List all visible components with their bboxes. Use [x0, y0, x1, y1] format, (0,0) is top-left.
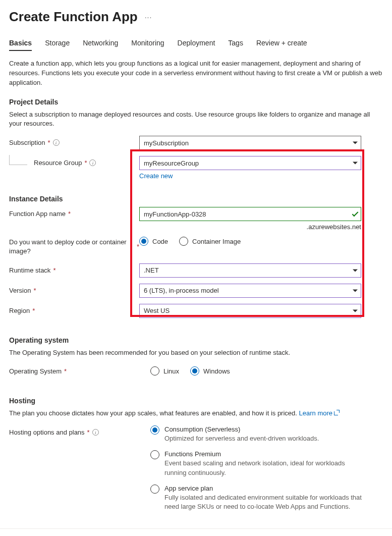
chevron-down-icon: [353, 309, 358, 312]
os-heading: Operating system: [9, 336, 383, 344]
page-title: Create Function App: [9, 9, 138, 25]
version-label: Version*: [9, 284, 139, 294]
region-label: Region*: [9, 304, 139, 314]
runtime-stack-label: Runtime stack*: [9, 263, 139, 274]
external-link-icon: [334, 410, 339, 415]
hosting-option-label: Consumption (Serverless): [164, 425, 319, 433]
info-icon[interactable]: i: [89, 159, 96, 166]
tab-basics[interactable]: Basics: [9, 39, 32, 51]
hosting-option-label: Functions Premium: [164, 450, 367, 458]
os-windows-radio[interactable]: Windows: [190, 366, 230, 376]
os-linux-radio[interactable]: Linux: [150, 366, 179, 376]
deploy-container-radio[interactable]: Container Image: [179, 237, 241, 246]
domain-suffix: .azurewebsites.net: [139, 223, 361, 231]
deploy-code-radio[interactable]: Code: [139, 237, 168, 246]
hosting-consumption-radio[interactable]: [150, 425, 159, 443]
hosting-premium-radio[interactable]: [150, 450, 159, 477]
hosting-heading: Hosting: [9, 397, 383, 405]
radio-icon: [190, 366, 199, 376]
tree-connector-icon: [9, 155, 27, 165]
version-select[interactable]: 6 (LTS), in-process model: [139, 284, 361, 298]
deploy-type-label: Do you want to deploy code or container …: [9, 235, 139, 256]
info-icon[interactable]: i: [53, 139, 60, 146]
chevron-down-icon: [353, 162, 358, 165]
more-icon[interactable]: ···: [145, 13, 152, 21]
chevron-down-icon: [353, 142, 358, 144]
hosting-desc: The plan you choose dictates how your ap…: [9, 409, 383, 418]
subscription-select[interactable]: mySubscription: [139, 136, 361, 150]
function-app-name-input[interactable]: myFunctionApp-0328: [139, 207, 361, 221]
resource-group-select[interactable]: myResourceGroup: [139, 156, 361, 170]
function-app-name-label: Function App name*: [9, 207, 139, 218]
tab-networking[interactable]: Networking: [83, 39, 118, 51]
radio-icon: [139, 237, 148, 246]
tab-tags[interactable]: Tags: [228, 39, 243, 51]
os-label: Operating System*: [9, 364, 150, 375]
tab-storage[interactable]: Storage: [45, 39, 70, 51]
hosting-option-desc: Optimized for serverless and event-drive…: [164, 434, 319, 443]
radio-icon: [150, 450, 159, 459]
runtime-stack-select[interactable]: .NET: [139, 263, 361, 278]
tab-review-create[interactable]: Review + create: [256, 39, 307, 51]
intro-text: Create a function app, which lets you gr…: [9, 59, 383, 88]
hosting-appservice-radio[interactable]: [150, 485, 159, 511]
create-new-link[interactable]: Create new: [139, 172, 361, 180]
subscription-label: Subscription* i: [9, 136, 139, 146]
checkmark-icon: [352, 210, 359, 217]
os-desc: The Operating System has been recommende…: [9, 348, 383, 358]
project-details-heading: Project Details: [9, 98, 383, 106]
tabs: Basics Storage Networking Monitoring Dep…: [9, 39, 383, 51]
radio-icon: [150, 366, 159, 376]
tab-deployment[interactable]: Deployment: [178, 39, 215, 51]
chevron-down-icon: [353, 289, 358, 292]
radio-icon: [150, 485, 159, 494]
chevron-down-icon: [353, 269, 358, 272]
radio-icon: [150, 425, 159, 435]
hosting-option-desc: Event based scaling and network isolatio…: [164, 459, 367, 477]
info-icon[interactable]: i: [92, 429, 99, 436]
hosting-option-desc: Fully isolated and dedicated environment…: [164, 493, 367, 511]
project-details-desc: Select a subscription to manage deployed…: [9, 110, 383, 129]
learn-more-link[interactable]: Learn more: [299, 409, 339, 417]
region-select[interactable]: West US: [139, 304, 361, 318]
radio-icon: [179, 237, 188, 246]
hosting-option-label: App service plan: [164, 485, 367, 492]
resource-group-label: Resource Group* i: [9, 156, 139, 167]
instance-details-heading: Instance Details: [9, 195, 383, 203]
hosting-plans-label: Hosting options and plans* i: [9, 425, 150, 436]
tab-monitoring[interactable]: Monitoring: [131, 39, 164, 51]
